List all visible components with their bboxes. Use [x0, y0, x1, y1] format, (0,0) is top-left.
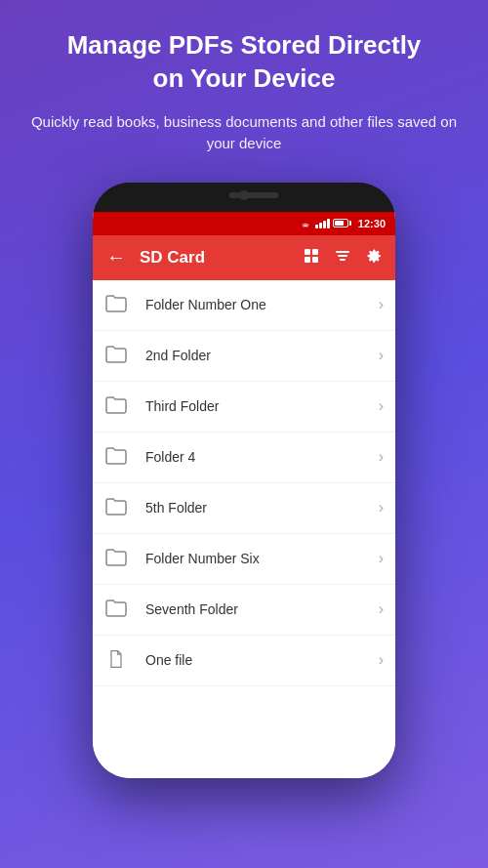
list-item[interactable]: Folder 4› [93, 433, 395, 483]
app-bar: ← SD Card [93, 235, 395, 280]
list-item[interactable]: One file› [93, 636, 395, 686]
folder-icon [104, 395, 132, 417]
folder-icon [104, 599, 132, 620]
app-bar-title: SD Card [140, 248, 290, 268]
folder-icon [104, 446, 132, 468]
status-bar: 12:30 [93, 212, 395, 235]
app-bar-actions [300, 246, 386, 269]
chevron-right-icon: › [379, 448, 384, 466]
svg-rect-2 [305, 257, 310, 263]
file-name: 2nd Folder [145, 348, 379, 363]
svg-rect-3 [312, 257, 318, 263]
chevron-right-icon: › [379, 600, 384, 618]
phone-notch [93, 183, 395, 212]
chevron-right-icon: › [379, 550, 384, 567]
sort-icon[interactable] [331, 246, 354, 269]
folder-icon [104, 345, 132, 366]
file-icon [104, 649, 132, 671]
signal-icon [315, 219, 330, 228]
svg-rect-6 [340, 259, 346, 261]
settings-icon[interactable] [362, 246, 386, 269]
list-item[interactable]: Folder Number One› [93, 280, 395, 331]
folder-icon [104, 497, 132, 518]
svg-rect-4 [336, 251, 349, 253]
status-icons: 12:30 [299, 218, 386, 229]
phone-mockup: 12:30 ← SD Card [93, 183, 395, 778]
file-name: Seventh Folder [145, 601, 379, 617]
list-item[interactable]: Seventh Folder› [93, 585, 395, 636]
file-list: Folder Number One› 2nd Folder› Third Fol… [93, 280, 395, 778]
list-item[interactable]: 5th Folder› [93, 483, 395, 534]
wifi-icon [299, 218, 312, 228]
list-item[interactable]: Third Folder› [93, 382, 395, 433]
svg-rect-0 [305, 249, 310, 255]
list-item[interactable]: Folder Number Six› [93, 534, 395, 585]
svg-rect-1 [312, 249, 318, 255]
svg-rect-5 [338, 255, 347, 257]
file-name: 5th Folder [145, 500, 379, 516]
battery-icon [333, 219, 351, 227]
status-time: 12:30 [358, 218, 386, 229]
file-name: Folder Number Six [145, 551, 379, 566]
file-name: Folder Number One [145, 297, 379, 312]
chevron-right-icon: › [379, 499, 384, 517]
back-button[interactable]: ← [102, 242, 130, 272]
folder-icon [104, 548, 132, 569]
folder-icon [104, 294, 132, 315]
hero-title: Manage PDFs Stored Directly on Your Devi… [29, 29, 459, 96]
file-name: Third Folder [145, 398, 379, 414]
chevron-right-icon: › [379, 651, 384, 669]
speaker-grille [229, 192, 278, 198]
phone-frame: 12:30 ← SD Card [93, 183, 395, 778]
chevron-right-icon: › [379, 347, 384, 364]
phone-screen: 12:30 ← SD Card [93, 212, 395, 778]
hero-subtitle: Quickly read books, business documents a… [29, 111, 459, 155]
file-name: One file [145, 652, 379, 668]
chevron-right-icon: › [379, 296, 384, 313]
chevron-right-icon: › [379, 397, 384, 415]
hero-header: Manage PDFs Stored Directly on Your Devi… [0, 0, 488, 165]
file-name: Folder 4 [145, 449, 379, 465]
list-item[interactable]: 2nd Folder› [93, 331, 395, 382]
grid-view-icon[interactable] [300, 246, 323, 269]
